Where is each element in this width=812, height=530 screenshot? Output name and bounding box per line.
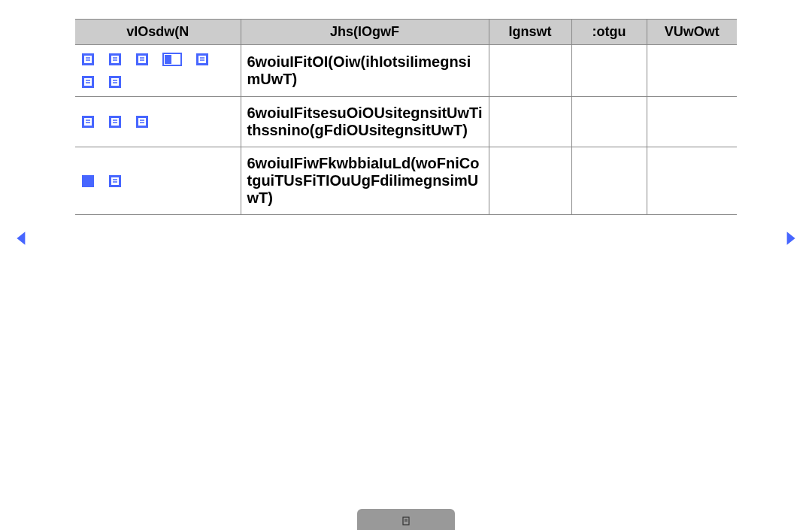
svg-rect-13 [165, 55, 171, 64]
svg-rect-38 [82, 175, 94, 187]
cell-c5 [647, 147, 737, 215]
title-cell: 6woiuIFiwFkwbbiaIuLd(woFniCotguiTUsFiTIO… [241, 147, 489, 215]
table-row: 6woiuIFitOI(Oiw(ihIotsiIimegnsimUwT) [75, 45, 737, 97]
next-page-button[interactable] [782, 230, 798, 247]
title-cell: 6woiuIFitsesuOiOUsitegnsitUwTithssnino(g… [241, 97, 489, 147]
page-icon[interactable] [162, 53, 182, 66]
header-col-2: Jhs(IOgwF [241, 20, 489, 45]
prev-page-button[interactable] [14, 230, 30, 247]
header-col-5: VUwOwt [647, 20, 737, 45]
header-col-4: :otgu [571, 20, 647, 45]
doc-icon[interactable] [81, 115, 95, 129]
table-row: 6woiuIFiwFkwbbiaIuLd(woFniCotguiTUsFiTIO… [75, 147, 737, 215]
svg-rect-35 [138, 118, 146, 126]
arrow-left-icon [17, 232, 25, 245]
svg-rect-23 [111, 78, 119, 86]
header-col-3: Ignswt [489, 20, 571, 45]
cell-c3 [489, 97, 571, 147]
footer-tab[interactable] [357, 509, 455, 530]
pagination-nav [0, 230, 812, 253]
footer-tab-icon [402, 515, 410, 524]
icons-cell [75, 97, 241, 147]
doc-icon[interactable] [81, 75, 95, 89]
doc-icon[interactable] [81, 53, 95, 66]
doc-icon[interactable] [108, 174, 122, 188]
square-icon[interactable] [81, 174, 95, 188]
svg-rect-19 [84, 78, 92, 86]
svg-rect-15 [198, 56, 206, 63]
header-col-1: vIOsdw(N [75, 20, 241, 45]
cell-c3 [489, 147, 571, 215]
svg-rect-27 [84, 118, 92, 126]
title-cell: 6woiuIFitOI(Oiw(ihIotsiIimegnsimUwT) [241, 45, 489, 97]
arrow-right-icon [787, 232, 795, 245]
icons-cell [75, 45, 241, 97]
cell-c4 [571, 147, 647, 215]
cell-c5 [647, 97, 737, 147]
svg-rect-9 [138, 56, 146, 63]
svg-rect-1 [84, 56, 92, 63]
doc-icon[interactable] [195, 53, 209, 66]
doc-icon[interactable] [108, 115, 122, 129]
table-row: 6woiuIFitsesuOiOUsitegnsitUwTithssnino(g… [75, 97, 737, 147]
icons-cell [75, 147, 241, 215]
doc-icon[interactable] [135, 115, 149, 129]
doc-icon[interactable] [135, 53, 149, 66]
doc-icon[interactable] [108, 53, 122, 66]
svg-rect-40 [111, 177, 119, 185]
cell-c4 [571, 45, 647, 97]
doc-icon[interactable] [108, 75, 122, 89]
cell-c3 [489, 45, 571, 97]
results-table: vIOsdw(N Jhs(IOgwF Ignswt :otgu VUwOwt 6… [75, 19, 737, 215]
results-table-container: vIOsdw(N Jhs(IOgwF Ignswt :otgu VUwOwt 6… [75, 19, 737, 215]
svg-rect-5 [111, 56, 119, 63]
cell-c4 [571, 97, 647, 147]
svg-rect-31 [111, 118, 119, 126]
cell-c5 [647, 45, 737, 97]
